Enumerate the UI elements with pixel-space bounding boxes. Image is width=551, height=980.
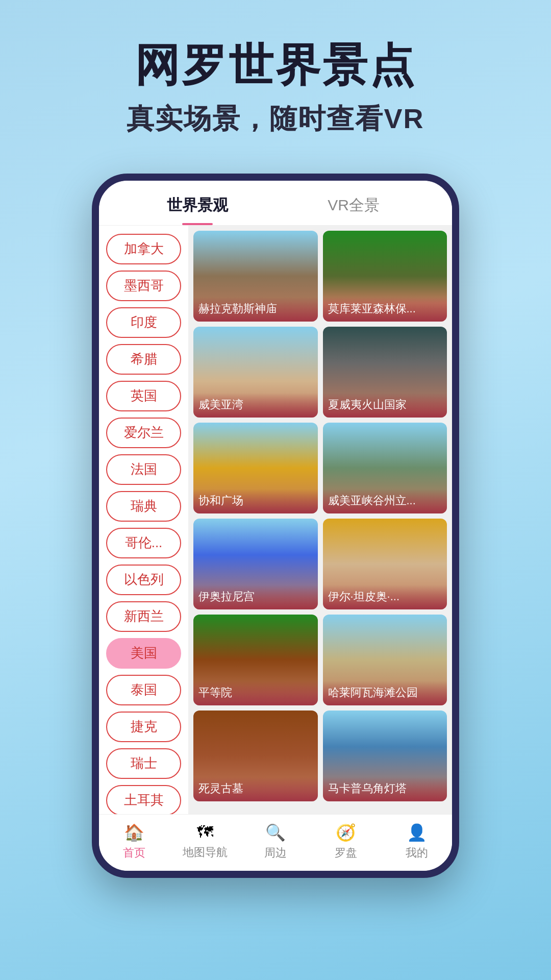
sidebar-item-thailand[interactable]: 泰国 — [106, 675, 181, 705]
nav-label-home: 首页 — [123, 845, 145, 861]
sidebar-item-turkey[interactable]: 土耳其 — [106, 785, 181, 814]
home-icon: 🏠 — [124, 823, 144, 842]
nav-item-home[interactable]: 🏠首页 — [99, 823, 169, 861]
attraction-cell-mochulaiya[interactable]: 莫库莱亚森林保... — [323, 231, 447, 322]
hero-section: 网罗世界景点 真实场景，随时查看VR — [0, 0, 551, 158]
phone-inner: 世界景观 VR全景 加拿大墨西哥印度希腊英国爱尔兰法国瑞典哥伦...以色列新西兰… — [99, 181, 452, 871]
grid-row: 死灵古墓马卡普乌角灯塔 — [193, 710, 447, 801]
phone-wrapper: 世界景观 VR全景 加拿大墨西哥印度希腊英国爱尔兰法国瑞典哥伦...以色列新西兰… — [0, 174, 551, 888]
sidebar-item-india[interactable]: 印度 — [106, 307, 181, 338]
attraction-cell-elpitao[interactable]: 伊尔·坦皮奥·... — [323, 519, 447, 609]
attraction-label-waimea-canyon: 威美亚峡谷州立... — [323, 489, 447, 513]
grid-row: 协和广场威美亚峡谷州立... — [193, 423, 447, 513]
tab-vr-panorama[interactable]: VR全景 — [276, 195, 432, 225]
attraction-grid: 赫拉克勒斯神庙莫库莱亚森林保...威美亚湾夏威夷火山国家协和广场威美亚峡谷州立.… — [188, 226, 452, 814]
attraction-cell-waimea-bay[interactable]: 威美亚湾 — [193, 327, 318, 418]
sidebar-item-swiss[interactable]: 瑞士 — [106, 748, 181, 779]
attraction-label-iolani: 伊奥拉尼宫 — [193, 585, 318, 609]
sidebar-item-colombia[interactable]: 哥伦... — [106, 528, 181, 558]
attraction-label-hawaii-volcano: 夏威夷火山国家 — [323, 393, 447, 418]
attraction-label-halawa: 哈莱阿瓦海滩公园 — [323, 681, 447, 705]
attraction-cell-halawa[interactable]: 哈莱阿瓦海滩公园 — [323, 615, 447, 705]
nav-item-compass[interactable]: 🧭罗盘 — [311, 823, 381, 861]
attraction-label-heracleia: 赫拉克勒斯神庙 — [193, 297, 318, 322]
sidebar-item-israel[interactable]: 以色列 — [106, 565, 181, 595]
attraction-cell-makapu[interactable]: 马卡普乌角灯塔 — [323, 710, 447, 801]
nav-label-mine: 我的 — [406, 845, 428, 861]
mine-icon: 👤 — [407, 823, 427, 842]
phone-frame: 世界景观 VR全景 加拿大墨西哥印度希腊英国爱尔兰法国瑞典哥伦...以色列新西兰… — [92, 174, 459, 878]
attraction-cell-concordia[interactable]: 协和广场 — [193, 423, 318, 513]
nav-label-map: 地图导航 — [183, 845, 228, 860]
tab-world-scenery[interactable]: 世界景观 — [119, 195, 276, 225]
nav-item-map[interactable]: 🗺地图导航 — [169, 823, 240, 861]
attraction-label-byodoin: 平等院 — [193, 681, 318, 705]
sidebar-item-usa[interactable]: 美国 — [106, 638, 181, 669]
attraction-label-deadtomb: 死灵古墓 — [193, 777, 318, 801]
tabs-row: 世界景观 VR全景 — [99, 181, 452, 226]
country-sidebar: 加拿大墨西哥印度希腊英国爱尔兰法国瑞典哥伦...以色列新西兰美国泰国捷克瑞士土耳… — [99, 226, 188, 814]
sidebar-item-nz[interactable]: 新西兰 — [106, 601, 181, 632]
sidebar-item-czech[interactable]: 捷克 — [106, 712, 181, 742]
attraction-cell-iolani[interactable]: 伊奥拉尼宫 — [193, 519, 318, 609]
attraction-label-mochulaiya: 莫库莱亚森林保... — [323, 297, 447, 322]
nav-item-nearby[interactable]: 🔍周边 — [240, 823, 311, 861]
phone-side-button-right — [455, 313, 459, 364]
grid-row: 赫拉克勒斯神庙莫库莱亚森林保... — [193, 231, 447, 322]
hero-title: 网罗世界景点 — [31, 41, 520, 90]
attraction-label-concordia: 协和广场 — [193, 489, 318, 513]
map-icon: 🗺 — [197, 823, 213, 842]
attraction-label-waimea-bay: 威美亚湾 — [193, 393, 318, 418]
attraction-label-makapu: 马卡普乌角灯塔 — [323, 777, 447, 801]
grid-row: 威美亚湾夏威夷火山国家 — [193, 327, 447, 418]
bottom-navigation: 🏠首页🗺地图导航🔍周边🧭罗盘👤我的 — [99, 814, 452, 871]
phone-side-button-left — [92, 334, 96, 375]
sidebar-item-mexico[interactable]: 墨西哥 — [106, 271, 181, 301]
grid-row: 伊奥拉尼宫伊尔·坦皮奥·... — [193, 519, 447, 609]
attraction-cell-waimea-canyon[interactable]: 威美亚峡谷州立... — [323, 423, 447, 513]
attraction-label-elpitao: 伊尔·坦皮奥·... — [323, 585, 447, 609]
sidebar-item-sweden[interactable]: 瑞典 — [106, 491, 181, 522]
sidebar-item-canada[interactable]: 加拿大 — [106, 234, 181, 264]
nav-label-compass: 罗盘 — [335, 845, 357, 861]
attraction-cell-heracleia[interactable]: 赫拉克勒斯神庙 — [193, 231, 318, 322]
nav-label-nearby: 周边 — [264, 845, 287, 861]
sidebar-item-ireland[interactable]: 爱尔兰 — [106, 418, 181, 448]
sidebar-item-greece[interactable]: 希腊 — [106, 344, 181, 375]
nav-item-mine[interactable]: 👤我的 — [382, 823, 452, 861]
grid-row: 平等院哈莱阿瓦海滩公园 — [193, 615, 447, 705]
attraction-cell-deadtomb[interactable]: 死灵古墓 — [193, 710, 318, 801]
attraction-cell-byodoin[interactable]: 平等院 — [193, 615, 318, 705]
sidebar-item-uk[interactable]: 英国 — [106, 381, 181, 411]
content-area: 加拿大墨西哥印度希腊英国爱尔兰法国瑞典哥伦...以色列新西兰美国泰国捷克瑞士土耳… — [99, 226, 452, 814]
hero-subtitle: 真实场景，随时查看VR — [31, 101, 520, 138]
nearby-icon: 🔍 — [265, 823, 286, 842]
sidebar-item-france[interactable]: 法国 — [106, 454, 181, 485]
attraction-cell-hawaii-volcano[interactable]: 夏威夷火山国家 — [323, 327, 447, 418]
compass-icon: 🧭 — [336, 823, 356, 842]
